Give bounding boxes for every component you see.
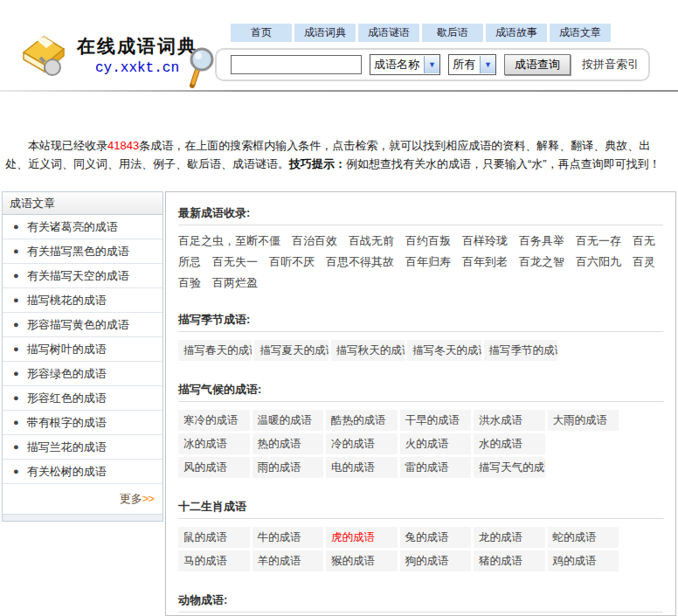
category-table: 寒冷的成语温暖的成语酷热的成语干旱的成语洪水成语大雨的成语冰的成语热的成语冷的成… [176, 407, 621, 481]
idiom-link[interactable]: 百务具举 [519, 234, 564, 247]
category-link[interactable]: 鼠的成语 [178, 527, 250, 548]
category-link[interactable]: 冷的成语 [326, 433, 398, 454]
idiom-link[interactable]: 百思不得其故 [326, 255, 394, 268]
section-title: 动物成语: [178, 588, 663, 613]
category-link[interactable]: 酷热的成语 [326, 410, 398, 431]
nav-tab-2[interactable]: 成语谜语 [358, 24, 419, 42]
section-2: 描写气候的成语:寒冷的成语温暖的成语酷热的成语干旱的成语洪水成语大雨的成语冰的成… [178, 377, 663, 481]
category-link[interactable]: 兔的成语 [400, 527, 472, 548]
idiom-link[interactable]: 百年到老 [462, 255, 508, 268]
category-link[interactable]: 雨的成语 [253, 457, 324, 478]
sidebar-item[interactable]: ●有关描写黑色的成语 [3, 239, 163, 264]
category-link[interactable]: 温暖的成语 [253, 410, 324, 431]
more-link[interactable]: 更多>> [120, 492, 154, 505]
category-link[interactable]: 蛇的成语 [548, 527, 619, 548]
sidebar: 成语文章 ●有关诸葛亮的成语●有关描写黑色的成语●有关描写天空的成语●描写桃花的… [2, 191, 163, 522]
main-content: 最新成语收录:百足之虫，至断不僵百治百效百战无前百约百叛百样玲珑百务具举百无一存… [165, 191, 676, 616]
sidebar-item[interactable]: ●有关诸葛亮的成语 [3, 215, 163, 239]
category-link[interactable]: 狗的成语 [400, 550, 472, 571]
sidebar-item-label: 描写兰花的成语 [27, 440, 107, 455]
category-link[interactable]: 描写秋天的成语 [331, 340, 405, 361]
intro-part1: 本站现已经收录 [5, 139, 107, 152]
bullet-icon: ● [13, 393, 19, 403]
idiom-link[interactable]: 百约百叛 [405, 234, 451, 247]
table-row: 描写春天的成语描写夏天的成语描写秋天的成语描写冬天的成语描写季节的成语 [178, 340, 557, 361]
category-link[interactable]: 电的成语 [326, 457, 398, 478]
idiom-link[interactable]: 百两烂盈 [212, 276, 258, 289]
idiom-link[interactable]: 百六阳九 [576, 255, 621, 268]
category-link[interactable]: 火的成语 [400, 433, 472, 454]
category-link[interactable]: 描写夏天的成语 [254, 340, 328, 361]
pinyin-index-link[interactable]: 按拼音索引 [582, 57, 639, 73]
nav-tab-3[interactable]: 歇后语 [422, 24, 483, 42]
sidebar-item-label: 有关诸葛亮的成语 [27, 219, 118, 235]
category-link[interactable]: 描写春天的成语 [178, 340, 252, 361]
category-link[interactable]: 寒冷的成语 [178, 410, 250, 431]
category-link[interactable]: 猪的成语 [474, 550, 545, 571]
category-link[interactable]: 牛的成语 [253, 527, 324, 548]
idiom-link[interactable]: 百战无前 [349, 234, 394, 247]
category-link[interactable]: 洪水成语 [474, 410, 545, 431]
nav-tab-0[interactable]: 首页 [231, 24, 292, 42]
idiom-link[interactable]: 百样玲珑 [462, 234, 508, 247]
nav-tab-1[interactable]: 成语词典 [294, 24, 356, 42]
category-link[interactable]: 冰的成语 [178, 433, 250, 454]
category-link[interactable]: 鸡的成语 [548, 550, 619, 571]
category-link[interactable]: 干旱的成语 [400, 410, 472, 431]
category-table: 描写春天的成语描写夏天的成语描写秋天的成语描写冬天的成语描写季节的成语 [176, 337, 560, 363]
category-link[interactable]: 描写天气的成语 [474, 457, 545, 478]
sidebar-item-label: 有关松树的成语 [27, 464, 107, 480]
search-button[interactable]: 成语查询 [504, 54, 571, 75]
idiom-link[interactable]: 百足之虫，至断不僵 [178, 234, 280, 247]
section-title: 十二生肖成语 [178, 495, 663, 519]
idiom-link[interactable]: 百治百效 [292, 234, 337, 247]
bullet-icon: ● [13, 467, 19, 476]
site-logo[interactable]: 在线成语词典 cy.xxkt.cn [17, 29, 197, 83]
category-link[interactable]: 描写季节的成语 [484, 340, 557, 361]
bullet-icon: ● [13, 369, 19, 378]
sidebar-item-label: 有关描写天空的成语 [27, 268, 129, 284]
sidebar-item[interactable]: ●描写兰花的成语 [3, 435, 163, 460]
sidebar-item[interactable]: ●形容描写黄色的成语 [3, 313, 163, 337]
sidebar-item[interactable]: ●有关松树的成语 [3, 460, 163, 484]
idiom-link[interactable]: 百无失一 [212, 255, 258, 268]
nav-tab-5[interactable]: 成语文章 [550, 24, 611, 42]
sidebar-item[interactable]: ●描写桃花的成语 [3, 288, 163, 313]
scope-select[interactable]: 所有 ▼ [448, 54, 496, 75]
tip-label: 技巧提示： [289, 157, 346, 170]
scope-select-value: 所有 [453, 57, 475, 73]
idiom-link[interactable]: 百年归寿 [405, 255, 451, 268]
category-table: 鼠的成语牛的成语虎的成语兔的成语龙的成语蛇的成语马的成语羊的成语猴的成语狗的成语… [176, 524, 621, 574]
category-link[interactable]: 猴的成语 [326, 550, 398, 571]
table-row: 寒冷的成语温暖的成语酷热的成语干旱的成语洪水成语大雨的成语 [178, 410, 619, 431]
category-link[interactable]: 大雨的成语 [548, 410, 619, 431]
category-link[interactable]: 羊的成语 [253, 550, 324, 571]
sidebar-item[interactable]: ●形容绿色的成语 [3, 362, 163, 386]
category-link[interactable]: 风的成语 [178, 457, 250, 478]
site-url[interactable]: cy.xxkt.cn [95, 60, 179, 76]
sidebar-item[interactable]: ●有关描写天空的成语 [3, 264, 163, 288]
search-input[interactable] [231, 55, 362, 74]
table-row: 鼠的成语牛的成语虎的成语兔的成语龙的成语蛇的成语 [178, 527, 619, 548]
category-link[interactable]: 描写冬天的成语 [407, 340, 481, 361]
tip-text: 例如想查找有关水的成语，只要输入“水”，再点查询即可找到！ [346, 157, 661, 170]
nav-tab-4[interactable]: 成语故事 [486, 24, 547, 42]
intro-text: 本站现已经收录41843条成语，在上面的搜索框内输入条件，点击检索，就可以找到相… [5, 136, 673, 173]
sidebar-item-label: 形容红色的成语 [27, 391, 107, 406]
idiom-link[interactable]: 百听不厌 [269, 255, 315, 268]
field-select[interactable]: 成语名称 ▼ [370, 54, 440, 75]
category-link[interactable]: 虎的成语 [326, 527, 398, 548]
category-link[interactable]: 马的成语 [178, 550, 250, 571]
page: 在线成语词典 cy.xxkt.cn 首页成语词典成语谜语歇后语成语故事成语文章 … [0, 0, 678, 616]
idiom-count: 41843 [107, 139, 139, 152]
category-link[interactable]: 热的成语 [253, 433, 324, 454]
sidebar-item[interactable]: ●带有根字的成语 [3, 411, 163, 435]
category-link[interactable]: 水的成语 [474, 433, 545, 454]
idiom-link[interactable]: 百龙之智 [519, 255, 564, 268]
sidebar-item[interactable]: ●描写树叶的成语 [3, 337, 163, 362]
book-icon [17, 29, 68, 83]
sidebar-item[interactable]: ●形容红色的成语 [3, 386, 163, 411]
category-link[interactable]: 雷的成语 [400, 457, 472, 478]
category-link[interactable]: 龙的成语 [474, 527, 545, 548]
idiom-link[interactable]: 百无一存 [576, 234, 621, 247]
